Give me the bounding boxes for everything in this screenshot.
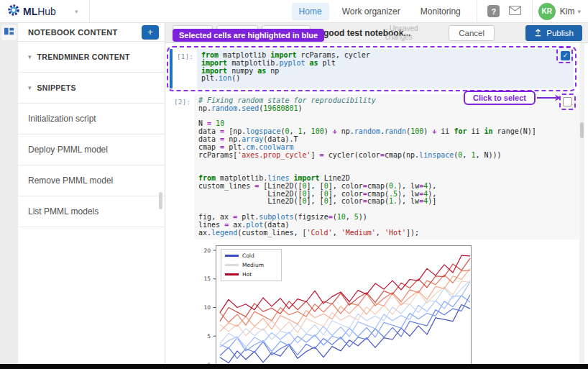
- chevron-down-icon: ▾: [28, 84, 32, 91]
- selected-cells-tooltip: Selected cells are highlighted in blue: [173, 29, 324, 42]
- topbar-divider: [532, 0, 533, 23]
- unsaved-changes-status: - Unsaved changes: [385, 24, 427, 42]
- window-bottom-edge: [0, 364, 588, 369]
- mail-icon: [509, 5, 521, 18]
- button-label: Publish: [546, 29, 574, 37]
- topbar: MLHub ▾ Home Work organizer Monitoring ?: [0, 0, 588, 23]
- item-label: Initialization script: [28, 114, 96, 124]
- svg-text:10: 10: [203, 304, 211, 311]
- sidebar-item-initialization-script[interactable]: Initialization script: [18, 104, 165, 135]
- svg-text:Hot: Hot: [242, 271, 252, 278]
- item-label: Remove PMML model: [28, 176, 113, 186]
- help-button[interactable]: ?: [483, 4, 505, 19]
- cell-output-figure: 05101520ColdMediumHot: [188, 244, 473, 364]
- topbar-divider: [477, 0, 477, 23]
- mlhub-logo-text: MLHub: [23, 6, 56, 17]
- logo-dropdown-chevron-icon[interactable]: ▾: [75, 8, 78, 15]
- selected-cell-annotation-border: [1]: from matplotlib import rcParams, cy…: [167, 46, 576, 91]
- notebook-scrollbar[interactable]: [579, 43, 584, 364]
- add-content-button[interactable]: +: [142, 25, 159, 40]
- nav-home[interactable]: Home: [292, 3, 329, 20]
- messages-button[interactable]: [505, 4, 526, 19]
- svg-text:5: 5: [207, 333, 211, 340]
- svg-text:15: 15: [203, 275, 211, 282]
- notebook-toolbar: ⊕ New ↥ Load ↧ Import 1 good test notebo…: [165, 23, 588, 43]
- cell-prompt: [1]:: [173, 49, 197, 88]
- cell-prompt: [2]:: [170, 94, 194, 240]
- help-icon: ?: [487, 5, 500, 17]
- sidebar-item-list-pmml-models[interactable]: List PMML models: [18, 196, 165, 227]
- grid-layout-icon: [4, 26, 14, 40]
- top-navigation: Home Work organizer Monitoring ? KR Kim …: [289, 0, 588, 22]
- notebook-editor: ⊕ New ↥ Load ↧ Import 1 good test notebo…: [165, 23, 588, 364]
- sidebar-header: NOTEBOOK CONTENT +: [18, 23, 165, 42]
- svg-text:20: 20: [203, 247, 211, 254]
- annotation-arrow: [537, 92, 561, 104]
- item-label: List PMML models: [28, 206, 98, 217]
- user-dropdown-chevron-icon: ▾: [577, 8, 581, 15]
- section-label: TRENDMINER CONTENT: [37, 53, 130, 61]
- chevron-down-icon: ▾: [28, 53, 32, 60]
- notebook-cells-area: [1]: from matplotlib import rcParams, cy…: [165, 43, 588, 364]
- sidebar-section-trendminer-content[interactable]: ▾ TRENDMINER CONTENT: [18, 42, 165, 73]
- sidebar-scrollbar-thumb[interactable]: [159, 192, 162, 209]
- mlhub-logo[interactable]: MLHub ▾: [0, 0, 85, 22]
- nav-monitoring[interactable]: Monitoring: [413, 3, 468, 20]
- svg-text:Cold: Cold: [242, 252, 254, 259]
- topbar-divider: [89, 0, 90, 23]
- cancel-button[interactable]: Cancel: [449, 25, 495, 41]
- user-menu[interactable]: KR Kim ▾: [538, 3, 581, 20]
- checkbox-annotation-border: [559, 94, 576, 110]
- item-label: Deploy PMML model: [28, 145, 108, 155]
- publish-button[interactable]: Publish: [525, 25, 582, 41]
- mlhub-gear-icon: [7, 4, 20, 19]
- user-avatar: KR: [538, 3, 556, 20]
- user-name: Kim: [560, 6, 575, 17]
- notebook-scrollbar-thumb[interactable]: [580, 122, 584, 138]
- svg-text:Medium: Medium: [242, 262, 264, 268]
- section-label: SNIPPETS: [37, 83, 76, 92]
- sidebar-title: NOTEBOOK CONTENT: [28, 28, 142, 37]
- code-cell-2[interactable]: [2]: # Fixing random state for reproduci…: [170, 94, 580, 240]
- notebook-content-sidebar: NOTEBOOK CONTENT + ▾ TRENDMINER CONTENT …: [18, 23, 165, 364]
- sidebar-item-deploy-pmml-model[interactable]: Deploy PMML model: [18, 135, 165, 165]
- code-cell-1[interactable]: [1]: from matplotlib import rcParams, cy…: [170, 49, 574, 88]
- checkbox-annotation-border: [556, 47, 573, 63]
- content-area: NOTEBOOK CONTENT + ▾ TRENDMINER CONTENT …: [0, 23, 588, 364]
- line-chart: 05101520ColdMediumHot: [188, 244, 473, 364]
- left-icon-strip: [0, 23, 18, 364]
- layout-panel-button[interactable]: [1, 25, 17, 40]
- mlhub-app: MLHub ▾ Home Work organizer Monitoring ?: [0, 0, 588, 369]
- cell-code[interactable]: # Fixing random state for reproducibilit…: [194, 94, 580, 240]
- cell-code[interactable]: from matplotlib import rcParams, cycleri…: [197, 49, 574, 88]
- nav-work-organizer[interactable]: Work organizer: [335, 3, 408, 20]
- click-to-select-tooltip: Click to select: [464, 91, 536, 105]
- sidebar-item-remove-pmml-model[interactable]: Remove PMML model: [18, 165, 165, 196]
- sidebar-section-snippets[interactable]: ▾ SNIPPETS: [18, 73, 165, 104]
- publish-upload-icon: [534, 29, 542, 38]
